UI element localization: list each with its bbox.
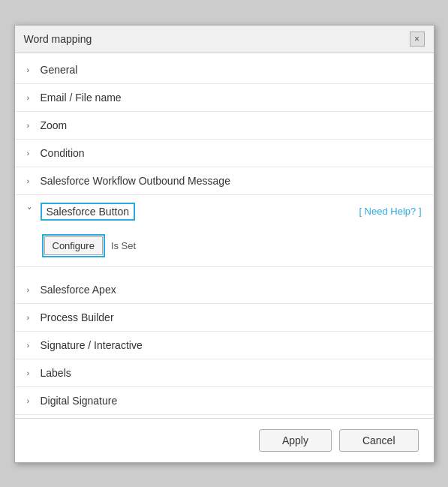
accordion-label-general: General xyxy=(41,64,422,76)
configure-button-wrapper: Configure xyxy=(42,234,105,257)
accordion-item-labels: › Labels xyxy=(15,359,434,387)
accordion-header-condition[interactable]: › Condition xyxy=(15,140,434,167)
accordion-header-signature-interactive[interactable]: › Signature / Interactive xyxy=(15,332,434,359)
salesforce-button-label-wrapper: Salesforce Button xyxy=(41,203,136,221)
accordion-label-salesforce-workflow: Salesforce Workflow Outbound Message xyxy=(41,175,422,187)
accordion-header-labels[interactable]: › Labels xyxy=(15,359,434,386)
dialog-footer: Apply Cancel xyxy=(15,418,434,462)
accordion-item-zoom: › Zoom xyxy=(15,112,434,140)
chevron-labels-icon: › xyxy=(27,368,35,377)
accordion-label-email-file-name: Email / File name xyxy=(41,92,422,104)
accordion-header-digital-signature[interactable]: › Digital Signature xyxy=(15,387,434,414)
accordion-header-salesforce-apex[interactable]: › Salesforce Apex xyxy=(15,276,434,303)
accordion-header-zoom[interactable]: › Zoom xyxy=(15,112,434,139)
cancel-button[interactable]: Cancel xyxy=(339,429,419,452)
chevron-zoom-icon: › xyxy=(27,121,35,130)
accordion-header-process-builder[interactable]: › Process Builder xyxy=(15,304,434,331)
chevron-salesforce-button-icon: ˅ xyxy=(27,206,35,217)
close-button[interactable]: × xyxy=(410,32,425,47)
accordion-item-signature-interactive: › Signature / Interactive xyxy=(15,332,434,359)
chevron-email-icon: › xyxy=(27,93,35,102)
chevron-salesforce-workflow-icon: › xyxy=(27,176,35,185)
accordion-label-condition: Condition xyxy=(41,147,422,159)
configure-button[interactable]: Configure xyxy=(44,236,103,255)
accordion-item-salesforce-workflow: › Salesforce Workflow Outbound Message xyxy=(15,167,434,195)
accordion-header-email-file-name[interactable]: › Email / File name xyxy=(15,84,434,111)
accordion-item-digital-signature: › Digital Signature xyxy=(15,387,434,415)
chevron-salesforce-apex-icon: › xyxy=(27,285,35,294)
accordion-label-signature-interactive: Signature / Interactive xyxy=(41,339,422,351)
accordion-label-salesforce-button: Salesforce Button xyxy=(47,206,130,218)
chevron-process-builder-icon: › xyxy=(27,313,35,322)
accordion-header-salesforce-workflow[interactable]: › Salesforce Workflow Outbound Message xyxy=(15,167,434,194)
is-set-label: Is Set xyxy=(111,240,136,251)
dialog-title: Word mapping xyxy=(24,33,92,45)
accordion-label-zoom: Zoom xyxy=(41,119,422,131)
accordion-header-general[interactable]: › General xyxy=(15,56,434,83)
accordion-item-condition: › Condition xyxy=(15,140,434,167)
accordion-item-email-file-name: › Email / File name xyxy=(15,84,434,112)
apply-button[interactable]: Apply xyxy=(259,429,332,452)
chevron-condition-icon: › xyxy=(27,149,35,158)
dialog-body: › General › Email / File name › Zoom › C… xyxy=(15,53,434,418)
accordion-label-salesforce-apex: Salesforce Apex xyxy=(41,284,422,296)
accordion-header-salesforce-button[interactable]: ˅ Salesforce Button [ Need Help? ] xyxy=(15,195,434,228)
need-help-link[interactable]: [ Need Help? ] xyxy=(359,206,421,217)
accordion-label-labels: Labels xyxy=(41,367,422,379)
chevron-digital-signature-icon: › xyxy=(27,396,35,405)
accordion-item-general: › General xyxy=(15,56,434,84)
accordion-item-process-builder: › Process Builder xyxy=(15,304,434,332)
accordion-content-salesforce-button: Configure Is Set xyxy=(15,228,434,266)
accordion-item-salesforce-apex: › Salesforce Apex xyxy=(15,276,434,304)
dialog-titlebar: Word mapping × xyxy=(15,26,434,53)
chevron-signature-icon: › xyxy=(27,341,35,350)
spacer xyxy=(15,267,434,276)
accordion-item-salesforce-button: ˅ Salesforce Button [ Need Help? ] Confi… xyxy=(15,195,434,267)
word-mapping-dialog: Word mapping × › General › Email / File … xyxy=(14,25,434,463)
accordion-label-process-builder: Process Builder xyxy=(41,311,422,323)
chevron-general-icon: › xyxy=(27,65,35,74)
accordion-label-digital-signature: Digital Signature xyxy=(41,395,422,407)
